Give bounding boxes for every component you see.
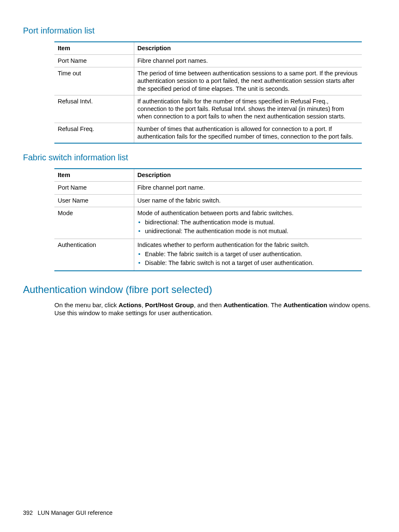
col-header-description: Description	[134, 169, 362, 182]
page-number: 392	[23, 509, 33, 516]
cell-item: Time out	[54, 67, 134, 95]
cell-description: Indicates whether to perform authenticat…	[134, 239, 362, 271]
table-header-row: Item Description	[54, 169, 362, 182]
cell-item: Authentication	[54, 239, 134, 271]
table-row: Port Name Fibre channel port name.	[54, 182, 362, 194]
page-footer: 392 LUN Manager GUI reference	[23, 509, 113, 516]
cell-description: If authentication fails for the number o…	[134, 95, 362, 123]
table-row: Authentication Indicates whether to perf…	[54, 239, 362, 271]
bold-text: Port/Host Group	[145, 301, 194, 308]
table-row: User Name User name of the fabric switch…	[54, 194, 362, 207]
section-heading-authentication-window: Authentication window (fibre port select…	[23, 284, 376, 296]
col-header-item: Item	[54, 42, 134, 55]
section-heading-fabric-switch-information-list: Fabric switch information list	[23, 153, 376, 162]
bold-text: Authentication	[283, 301, 327, 308]
table-header-row: Item Description	[54, 42, 362, 55]
cell-lead-text: Indicates whether to perform authenticat…	[138, 242, 309, 248]
body-paragraph: On the menu bar, click Actions, Port/Hos…	[54, 301, 376, 317]
table-row: Time out The period of time between auth…	[54, 67, 362, 95]
cell-description: User name of the fabric switch.	[134, 194, 362, 207]
cell-description: Fibre channel port names.	[134, 55, 362, 67]
list-item: Enable: The fabric switch is a target of…	[138, 250, 359, 258]
list-item: unidirectional: The authentication mode …	[138, 227, 359, 235]
cell-item: Mode	[54, 207, 134, 239]
bold-text: Authentication	[223, 301, 267, 308]
cell-item: Port Name	[54, 182, 134, 194]
table-row: Port Name Fibre channel port names.	[54, 55, 362, 67]
text: . The	[267, 301, 283, 308]
bullet-list: bidirectional: The authentication mode i…	[138, 218, 359, 235]
cell-item: Refusal Intvl.	[54, 95, 134, 123]
list-item: bidirectional: The authentication mode i…	[138, 218, 359, 226]
table-row: Refusal Freq. Number of times that authe…	[54, 123, 362, 144]
bullet-list: Enable: The fabric switch is a target of…	[138, 250, 359, 267]
footer-label: LUN Manager GUI reference	[38, 509, 113, 516]
text: On the menu bar, click	[54, 301, 118, 308]
cell-lead-text: Mode of authentication between ports and…	[138, 210, 294, 216]
text: , and then	[194, 301, 223, 308]
table-row: Mode Mode of authentication between port…	[54, 207, 362, 239]
col-header-item: Item	[54, 169, 134, 182]
document-page: Port information list Item Description P…	[0, 0, 399, 317]
list-item: Disable: The fabric switch is not a targ…	[138, 259, 359, 267]
table-row: Refusal Intvl. If authentication fails f…	[54, 95, 362, 123]
cell-description: Fibre channel port name.	[134, 182, 362, 194]
section-heading-port-information-list: Port information list	[23, 26, 376, 36]
col-header-description: Description	[134, 42, 362, 55]
cell-description: The period of time between authenticatio…	[134, 67, 362, 95]
cell-item: Refusal Freq.	[54, 123, 134, 144]
cell-item: Port Name	[54, 55, 134, 67]
port-information-table: Item Description Port Name Fibre channel…	[54, 41, 362, 144]
fabric-switch-information-table: Item Description Port Name Fibre channel…	[54, 168, 362, 271]
cell-item: User Name	[54, 194, 134, 207]
cell-description: Number of times that authentication is a…	[134, 123, 362, 144]
text: ,	[141, 301, 145, 308]
bold-text: Actions	[118, 301, 141, 308]
cell-description: Mode of authentication between ports and…	[134, 207, 362, 239]
